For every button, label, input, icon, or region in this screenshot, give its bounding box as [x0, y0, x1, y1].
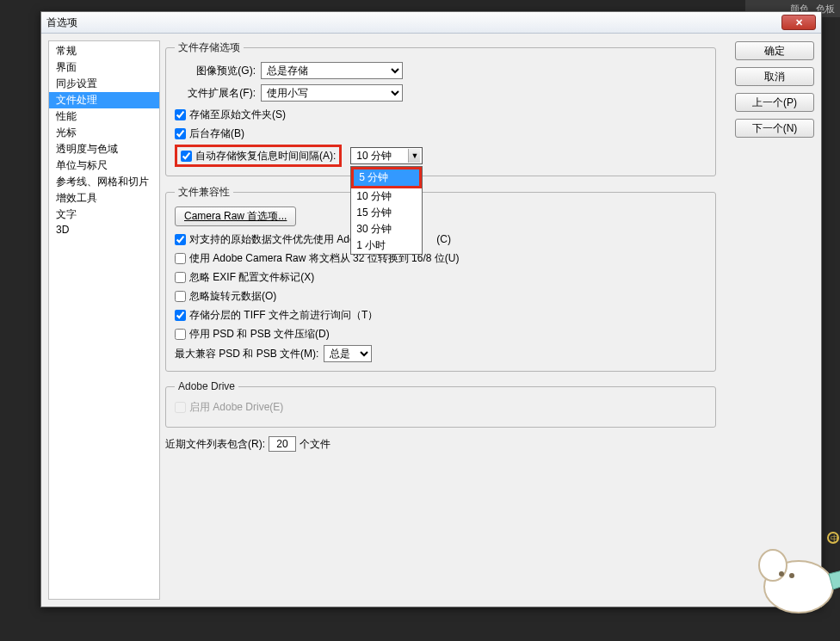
acr-32to16-checkbox[interactable] [175, 253, 186, 264]
dialog-title: 首选项 [46, 15, 781, 30]
sidebar-item-cursors[interactable]: 光标 [49, 125, 159, 141]
tiff-ask-checkbox[interactable] [175, 310, 186, 321]
enable-drive-label: 启用 Adobe Drive(E) [189, 400, 283, 415]
main-panel: 确定 取消 上一个(P) 下一个(N) 文件存储选项 图像预览(G): 总是存储… [165, 40, 814, 600]
autosave-option-30min[interactable]: 30 分钟 [351, 221, 422, 237]
sidebar-item-interface[interactable]: 界面 [49, 59, 159, 76]
prefer-raw-label: 对支持的原始数据文件优先使用 Adob [189, 232, 361, 247]
camera-raw-prefs-button[interactable]: Camera Raw 首选项... [175, 206, 296, 226]
prev-button[interactable]: 上一个(P) [735, 93, 814, 112]
ignore-exif-label: 忽略 EXIF 配置文件标记(X) [189, 270, 314, 285]
ignore-rotate-label: 忽略旋转元数据(O) [189, 289, 276, 304]
background-save-label: 后台存储(B) [189, 126, 244, 141]
sidebar-item-sync[interactable]: 同步设置 [49, 76, 159, 92]
recent-files-label-pre: 近期文件列表包含(R): [165, 437, 265, 452]
adobe-drive-legend: Adobe Drive [175, 380, 238, 392]
preferences-dialog: 首选项 ✕ 常规 界面 同步设置 文件处理 性能 光标 透明度与色域 单位与标尺… [40, 11, 822, 607]
tiff-ask-label: 存储分层的 TIFF 文件之前进行询问（T） [189, 308, 378, 323]
background-save-checkbox[interactable] [175, 128, 186, 139]
close-button[interactable]: ✕ [781, 15, 816, 30]
svg-point-4 [828, 533, 838, 543]
sidebar-item-3d[interactable]: 3D [49, 223, 159, 237]
save-original-folder-label: 存储至原始文件夹(S) [189, 108, 286, 122]
recent-files-row: 近期文件列表包含(R): 个文件 [165, 436, 716, 452]
file-ext-select[interactable]: 使用小写 [261, 84, 403, 102]
autosave-highlight: 自动存储恢复信息时间间隔(A): [175, 145, 342, 167]
file-compat-group: 文件兼容性 Camera Raw 首选项... 对支持的原始数据文件优先使用 A… [165, 185, 716, 372]
sidebar-item-plugins[interactable]: 增效工具 [49, 190, 159, 206]
autosave-option-5min[interactable]: 5 分钟 [354, 169, 419, 186]
autosave-interval-wrap: 10 分钟 ▼ 5 分钟 10 分钟 15 分钟 30 分钟 1 小时 [350, 147, 423, 164]
ok-button[interactable]: 确定 [735, 41, 814, 60]
cancel-button[interactable]: 取消 [735, 67, 814, 86]
enable-drive-checkbox [175, 402, 186, 413]
ignore-exif-checkbox[interactable] [175, 272, 186, 283]
recent-files-label-post: 个文件 [300, 437, 330, 452]
svg-text:中: 中 [831, 534, 838, 543]
disable-psb-label: 停用 PSD 和 PSB 文件压缩(D) [189, 327, 330, 342]
image-preview-select[interactable]: 总是存储 [261, 62, 403, 79]
autosave-label: 自动存储恢复信息时间间隔(A): [195, 149, 336, 163]
file-compat-legend: 文件兼容性 [175, 185, 233, 200]
dialog-buttons: 确定 取消 上一个(P) 下一个(N) [735, 41, 814, 138]
next-button[interactable]: 下一个(N) [735, 119, 814, 138]
prefer-raw-checkbox[interactable] [175, 234, 186, 245]
autosave-interval-dropdown: 5 分钟 10 分钟 15 分钟 30 分钟 1 小时 [350, 166, 423, 255]
content-area: 文件存储选项 图像预览(G): 总是存储 文件扩展名(F): 使用小写 [165, 40, 716, 452]
dialog-body: 常规 界面 同步设置 文件处理 性能 光标 透明度与色域 单位与标尺 参考线、网… [41, 34, 821, 607]
prefer-raw-suffix: (C) [436, 233, 451, 245]
file-storage-group: 文件存储选项 图像预览(G): 总是存储 文件扩展名(F): 使用小写 [165, 40, 716, 176]
close-icon: ✕ [795, 17, 803, 28]
autosave-interval-select[interactable]: 10 分钟 ▼ [350, 147, 423, 164]
autosave-checkbox[interactable] [181, 151, 192, 162]
autosave-option-1hr[interactable]: 1 小时 [351, 237, 422, 254]
autosave-row: 自动存储恢复信息时间间隔(A): 10 分钟 ▼ 5 分钟 [175, 145, 707, 167]
file-ext-label: 文件扩展名(F): [175, 86, 261, 101]
recent-files-input[interactable] [269, 436, 296, 452]
save-original-folder-checkbox[interactable] [175, 109, 186, 120]
titlebar: 首选项 ✕ [41, 12, 821, 34]
max-compat-select[interactable]: 总是 [324, 345, 372, 362]
sidebar-item-general[interactable]: 常规 [49, 43, 159, 59]
autosave-option-10min[interactable]: 10 分钟 [351, 188, 422, 205]
disable-psb-checkbox[interactable] [175, 329, 186, 340]
autosave-option-15min[interactable]: 15 分钟 [351, 205, 422, 221]
adobe-drive-group: Adobe Drive 启用 Adobe Drive(E) [165, 380, 716, 428]
sidebar-item-transparency[interactable]: 透明度与色域 [49, 141, 159, 157]
sidebar-item-performance[interactable]: 性能 [49, 108, 159, 125]
autosave-option-highlight: 5 分钟 [351, 167, 422, 188]
max-compat-label: 最大兼容 PSD 和 PSB 文件(M): [175, 347, 318, 361]
sidebar-item-filehandling[interactable]: 文件处理 [49, 92, 159, 108]
dropdown-arrow-icon: ▼ [408, 149, 420, 163]
sidebar-item-units[interactable]: 单位与标尺 [49, 157, 159, 174]
autosave-interval-value: 10 分钟 [356, 149, 392, 163]
category-sidebar: 常规 界面 同步设置 文件处理 性能 光标 透明度与色域 单位与标尺 参考线、网… [48, 40, 160, 600]
image-preview-label: 图像预览(G): [175, 64, 261, 78]
file-storage-legend: 文件存储选项 [175, 40, 244, 55]
ignore-rotate-checkbox[interactable] [175, 291, 186, 302]
sidebar-item-type[interactable]: 文字 [49, 206, 159, 223]
sidebar-item-guides[interactable]: 参考线、网格和切片 [49, 174, 159, 190]
